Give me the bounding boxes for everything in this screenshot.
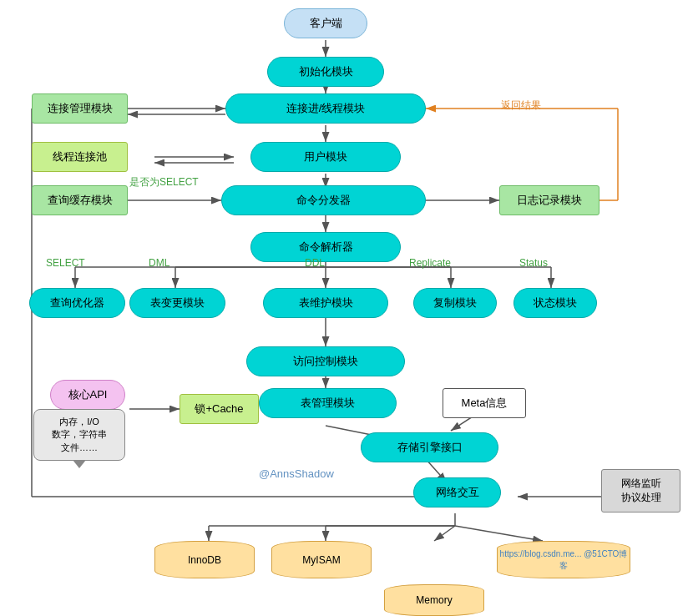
- ddl-label: DDL: [305, 257, 325, 269]
- status-module-node: 状态模块: [513, 288, 597, 318]
- status-label: Status: [519, 257, 548, 269]
- conn-module-node: 连接管理模块: [32, 93, 128, 124]
- myisam-node: MyISAM: [271, 541, 372, 578]
- storage-iface-node: 存储引擎接口: [361, 432, 498, 462]
- watermark: @AnnsShadow: [259, 467, 334, 480]
- other-db-node: https://blog.csdn.me... @51CTO博客: [497, 541, 630, 578]
- select-label: SELECT: [46, 257, 85, 269]
- query-optimizer-node: 查询优化器: [29, 288, 125, 318]
- thread-pool-node: 线程连接池: [32, 142, 128, 172]
- replicate-label: Replicate: [409, 257, 451, 269]
- dml-label: DML: [149, 257, 169, 269]
- return-result-label: 返回结果: [501, 98, 541, 113]
- memory-node: Memory: [384, 584, 484, 616]
- repl-module-node: 复制模块: [413, 288, 497, 318]
- cmd-parser-node: 命令解析器: [250, 232, 401, 262]
- conn-thread-node: 连接进/线程模块: [225, 93, 426, 124]
- log-module-node: 日志记录模块: [499, 185, 599, 215]
- user-module-node: 用户模块: [250, 142, 401, 172]
- table-mgr-node: 表管理模块: [259, 388, 397, 418]
- lock-cache-node: 锁+Cache: [180, 394, 259, 424]
- svg-line-36: [434, 526, 455, 541]
- diagram: 客户端 初始化模块 连接进/线程模块 连接管理模块 线程连接池 用户模块 查询缓…: [0, 0, 693, 616]
- init-module-node: 初始化模块: [267, 57, 384, 87]
- table-change-node: 表变更模块: [129, 288, 225, 318]
- core-api-node: 核心API: [50, 380, 125, 410]
- innodb-node: InnoDB: [154, 541, 255, 578]
- client-node: 客户端: [284, 8, 367, 38]
- access-ctrl-node: 访问控制模块: [246, 346, 405, 376]
- bubble-node: 内存，I/O 数字，字符串 文件……: [33, 409, 125, 461]
- svg-line-37: [455, 526, 543, 541]
- is-select-label: 是否为SELECT: [129, 175, 199, 189]
- network-interact-node: 网络交互: [413, 477, 501, 507]
- network-listen-node: 网络监听 协议处理: [601, 469, 680, 512]
- table-maint-node: 表维护模块: [263, 288, 388, 318]
- query-cache-node: 查询缓存模块: [32, 185, 128, 215]
- meta-info-node: Meta信息: [443, 388, 526, 418]
- cmd-dispatcher-node: 命令分发器: [221, 185, 426, 215]
